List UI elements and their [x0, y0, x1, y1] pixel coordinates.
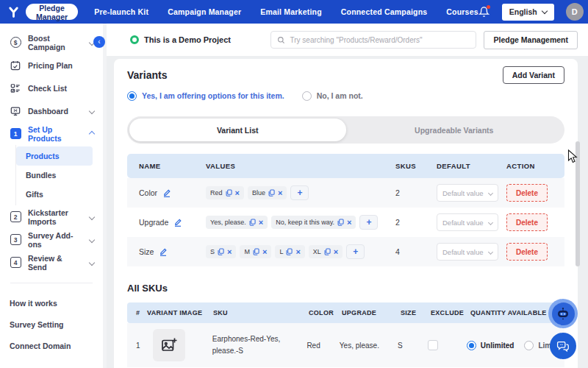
- variant-name-cell: Color: [127, 188, 206, 197]
- language-selector[interactable]: English: [502, 4, 554, 21]
- variant-row-upgrade: UpgradeYes, please.×No, keep it this way…: [127, 208, 564, 237]
- column-header-name: NAME: [127, 162, 206, 170]
- sidebar-item-survey-setting[interactable]: Survey Setting: [0, 314, 103, 335]
- sidebar-item-how-it-works[interactable]: How it works: [0, 292, 103, 314]
- radio-selected-icon[interactable]: [467, 341, 476, 350]
- chip-label: L: [279, 248, 283, 255]
- chip-label: M: [244, 248, 250, 255]
- copy-icon[interactable]: [337, 219, 344, 226]
- chat-widget-button[interactable]: [550, 333, 576, 359]
- copy-icon[interactable]: [286, 248, 293, 255]
- remove-value-icon[interactable]: ×: [334, 249, 338, 255]
- chevron-down-icon: [488, 219, 493, 224]
- tab-upgradeable-variants[interactable]: Upgradeable Variants: [346, 118, 563, 141]
- variant-default-cell: Default value: [437, 213, 506, 231]
- nav-item-courses[interactable]: Courses: [446, 7, 478, 16]
- demo-project-banner: This is a Demo Project: [130, 35, 231, 44]
- copy-icon[interactable]: [226, 189, 232, 197]
- tab-variant-list[interactable]: Variant List: [129, 118, 346, 141]
- chip-label: S: [210, 248, 215, 255]
- remove-value-icon[interactable]: ×: [262, 249, 267, 255]
- sidebar-item-kickstarter-imports[interactable]: 2Kickstarter Imports: [0, 205, 103, 228]
- global-search[interactable]: [270, 31, 476, 49]
- copy-icon[interactable]: [253, 248, 259, 255]
- variant-image-placeholder[interactable]: [153, 329, 185, 361]
- sidebar-item-boost-campaign[interactable]: $Boost Campaign: [0, 31, 103, 54]
- nav-item-email-marketing[interactable]: Email Marketing: [260, 7, 322, 16]
- delete-button[interactable]: Delete: [506, 184, 548, 202]
- sidebar-item-bundles[interactable]: Bundles: [16, 166, 93, 185]
- add-value-button[interactable]: +: [346, 244, 365, 259]
- nav-pledge-manager[interactable]: Pledge Manager: [26, 4, 78, 20]
- remove-value-icon[interactable]: ×: [235, 190, 240, 196]
- sku-exclude-cell: [423, 340, 467, 350]
- user-avatar[interactable]: D: [566, 3, 584, 21]
- pledge-management-button[interactable]: Pledge Management: [484, 31, 578, 49]
- copy-icon[interactable]: [324, 248, 331, 255]
- remove-value-icon[interactable]: ×: [295, 249, 300, 255]
- chevron-down-icon: [541, 7, 547, 13]
- notification-bell-icon[interactable]: [478, 6, 490, 18]
- brand-logo-icon[interactable]: [7, 4, 20, 19]
- sidebar-item-survey-add-ons[interactable]: 3Survey Add-ons: [0, 228, 103, 251]
- chatbot-button[interactable]: [548, 299, 578, 328]
- default-value-select[interactable]: Default value: [437, 184, 498, 202]
- quantity-option-label: Unlimited: [481, 342, 514, 350]
- delete-button[interactable]: Delete: [506, 243, 548, 261]
- variant-default-cell: Default value: [437, 243, 506, 261]
- radio-option-no-i-am-not[interactable]: No, I am not.: [302, 91, 363, 101]
- edit-icon[interactable]: [173, 218, 182, 227]
- variant-name: Color: [139, 188, 157, 197]
- radio-unselected-icon[interactable]: [302, 91, 312, 101]
- remove-value-icon[interactable]: ×: [259, 219, 263, 225]
- search-input[interactable]: [290, 36, 470, 44]
- radio-selected-icon[interactable]: [127, 91, 137, 101]
- remove-value-icon[interactable]: ×: [347, 219, 351, 225]
- nav-item-campaign-manager[interactable]: Campaign Manager: [168, 7, 241, 16]
- scrollbar-thumb[interactable]: [576, 141, 580, 266]
- sidebar-item-review-send[interactable]: 4Review & Send: [0, 251, 103, 274]
- variant-values-cell: Yes, please.×No, keep it this way.×+: [206, 215, 392, 230]
- sidebar-item-gifts[interactable]: Gifts: [16, 185, 93, 204]
- all-skus-title: All SKUs: [127, 283, 564, 294]
- add-value-button[interactable]: +: [290, 185, 309, 200]
- sidebar-footer-label: Survey Setting: [10, 320, 64, 329]
- exclude-checkbox[interactable]: [428, 340, 438, 350]
- chevron-down-icon: [89, 213, 95, 219]
- add-variant-button[interactable]: Add Variant: [503, 66, 564, 84]
- sidebar-item-dashboard[interactable]: Dashboard: [0, 99, 103, 122]
- chip-label: XL: [313, 248, 321, 255]
- remove-value-icon[interactable]: ×: [227, 249, 232, 255]
- column-header-sku: SKU: [213, 308, 309, 318]
- sidebar-collapse-button[interactable]: ‹: [93, 36, 105, 48]
- variant-row-size: SizeS×M×L×XL×+4Default valueDelete: [127, 237, 564, 266]
- delete-button[interactable]: Delete: [506, 213, 548, 231]
- sidebar-subitem-label: Gifts: [26, 190, 43, 199]
- copy-icon[interactable]: [268, 189, 275, 197]
- copy-icon[interactable]: [249, 219, 256, 226]
- radio-option-yes-i-am-offering-option[interactable]: Yes, I am offering options for this item…: [127, 91, 284, 101]
- column-header-exclude: EXCLUDE: [426, 309, 470, 316]
- variant-row-color: ColorRed×Blue×+2Default valueDelete: [127, 178, 564, 208]
- sidebar-item-products[interactable]: Products: [16, 146, 93, 166]
- sidebar-item-pricing-plan[interactable]: Pricing Plan: [0, 54, 103, 77]
- sidebar-item-set-up-products[interactable]: 1Set Up Products: [0, 122, 103, 145]
- sidebar-item-connect-domain[interactable]: Connect Domain: [0, 335, 103, 356]
- sidebar-item-check-list[interactable]: Check List: [0, 77, 103, 99]
- default-value-select[interactable]: Default value: [437, 243, 498, 261]
- chevron-down-icon: [488, 249, 493, 254]
- copy-icon[interactable]: [218, 248, 224, 255]
- default-value-select[interactable]: Default value: [437, 213, 498, 231]
- sidebar-subitem-label: Bundles: [26, 171, 56, 180]
- subheader: This is a Demo Project Pledge Management: [107, 24, 588, 56]
- edit-icon[interactable]: [159, 247, 168, 256]
- sidebar-footer-label: Connect Domain: [10, 342, 71, 350]
- nav-item-pre-launch-kit[interactable]: Pre-launch Kit: [94, 7, 148, 16]
- edit-icon[interactable]: [162, 188, 171, 197]
- remove-value-icon[interactable]: ×: [278, 190, 282, 196]
- quantity-option-unlimited[interactable]: Unlimited: [467, 341, 514, 350]
- radio-unselected-icon[interactable]: [524, 341, 534, 350]
- radio-option-label: No, I am not.: [317, 91, 363, 100]
- add-value-button[interactable]: +: [359, 215, 378, 230]
- nav-item-connected-campaigns[interactable]: Connected Campaigns: [341, 7, 428, 16]
